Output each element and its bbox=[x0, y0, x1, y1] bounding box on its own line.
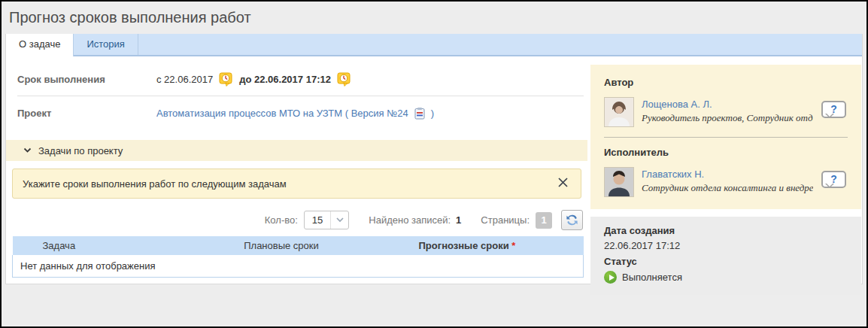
project-tasks-section-title: Задачи по проекту bbox=[38, 145, 123, 156]
page-size-select[interactable]: 15 bbox=[304, 211, 349, 229]
found-records-label: Найдено записей: bbox=[369, 214, 451, 226]
divider bbox=[604, 137, 848, 138]
pages-label: Страницы: bbox=[481, 214, 530, 226]
notice-banner: Укажите сроки выполнения работ по следую… bbox=[12, 169, 581, 199]
author-role: Руководитель проектов, Сотрудник отде… bbox=[642, 112, 813, 124]
author-name-link[interactable]: Лощенова А. Л. bbox=[642, 99, 712, 110]
deadline-label: Срок выполнения bbox=[17, 74, 156, 85]
executor-avatar[interactable] bbox=[604, 167, 634, 197]
executor-card: Главатских Н. Сотрудник отдела консалтин… bbox=[604, 167, 848, 197]
tasks-table-header-row: Задача Плановые сроки Прогнозные сроки * bbox=[13, 236, 584, 255]
chevron-down-icon bbox=[23, 147, 32, 153]
deadline-from-value: с 22.06.2017 bbox=[156, 74, 213, 85]
tab-history[interactable]: История bbox=[74, 34, 138, 55]
required-mark: * bbox=[511, 240, 515, 251]
question-bubble-icon[interactable]: ? bbox=[821, 171, 846, 188]
column-header-forecast-dates[interactable]: Прогнозные сроки * bbox=[374, 236, 584, 255]
project-tasks-section-header[interactable]: Задачи по проекту bbox=[6, 140, 587, 161]
tasks-table: Задача Плановые сроки Прогнозные сроки *… bbox=[12, 236, 584, 278]
project-label: Проект bbox=[17, 108, 156, 119]
deadline-to-value: до 22.06.2017 17:12 bbox=[239, 74, 331, 85]
refresh-button[interactable] bbox=[561, 210, 583, 230]
found-records-value: 1 bbox=[456, 214, 461, 226]
empty-table-message: Нет данных для отображения bbox=[13, 255, 584, 278]
clock-icon[interactable] bbox=[219, 72, 233, 87]
tab-about-task[interactable]: О задаче bbox=[6, 34, 74, 56]
author-avatar[interactable] bbox=[604, 97, 634, 127]
people-panel: Автор Лощенова А. Л. Руководитель bbox=[590, 65, 861, 209]
notice-text: Укажите сроки выполнения работ по следую… bbox=[23, 178, 287, 190]
list-controls: Кол-во: 15 Найдено записей: 1 Страницы: … bbox=[6, 210, 583, 230]
play-icon bbox=[604, 271, 617, 284]
status-row: Выполняется bbox=[604, 271, 848, 284]
page-size-value: 15 bbox=[305, 214, 330, 226]
executor-name-link[interactable]: Главатских Н. bbox=[642, 169, 704, 180]
close-icon[interactable] bbox=[554, 175, 572, 192]
project-row: Проект Автоматизация процессов МТО на УЗ… bbox=[6, 96, 587, 129]
project-link[interactable]: Автоматизация процессов МТО на УЗТМ ( Ве… bbox=[156, 108, 408, 119]
created-date-label: Дата создания bbox=[604, 225, 848, 236]
refresh-icon bbox=[566, 214, 578, 226]
meta-panel: Дата создания 22.06.2017 17:12 Статус Вы… bbox=[590, 217, 861, 295]
column-header-task[interactable]: Задача bbox=[13, 236, 190, 255]
executor-section-title: Исполнитель bbox=[604, 147, 848, 158]
executor-role: Сотрудник отдела консалтинга и внедрен… bbox=[642, 182, 813, 194]
status-value: Выполняется bbox=[622, 272, 682, 283]
column-header-planned-dates[interactable]: Плановые сроки bbox=[190, 236, 374, 255]
page-title: Прогноз сроков выполнения работ bbox=[2, 2, 866, 34]
deadline-row: Срок выполнения с 22.06.2017 до 22.06.20… bbox=[6, 62, 587, 96]
author-section-title: Автор bbox=[604, 77, 848, 88]
chevron-down-icon bbox=[330, 211, 348, 229]
count-label: Кол-во: bbox=[265, 214, 298, 226]
page-1-button[interactable]: 1 bbox=[536, 212, 552, 229]
tab-bar: О задаче История bbox=[6, 34, 862, 56]
table-empty-row: Нет данных для отображения bbox=[13, 255, 584, 278]
clock-icon[interactable] bbox=[337, 72, 351, 87]
question-bubble-icon[interactable]: ? bbox=[821, 101, 846, 118]
task-card: О задаче История Срок выполнения с 22.06… bbox=[5, 34, 863, 284]
sidebar: Автор Лощенова А. Л. Руководитель bbox=[587, 56, 866, 295]
document-icon[interactable] bbox=[414, 107, 425, 120]
created-date-value: 22.06.2017 17:12 bbox=[604, 240, 848, 251]
main-panel: Срок выполнения с 22.06.2017 до 22.06.20… bbox=[6, 56, 587, 295]
status-label: Статус bbox=[604, 256, 848, 267]
author-card: Лощенова А. Л. Руководитель проектов, Со… bbox=[604, 97, 848, 127]
project-link-suffix: ) bbox=[431, 108, 434, 119]
